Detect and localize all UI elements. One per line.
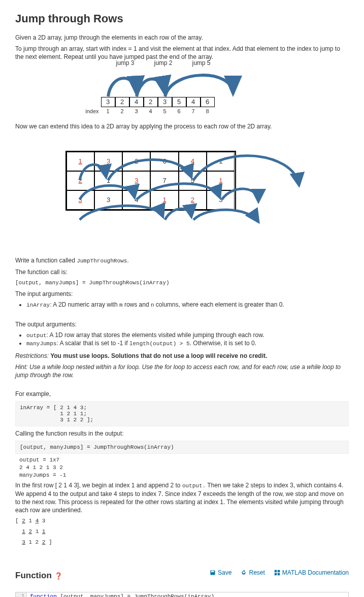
gcell: 4 [179, 152, 207, 171]
explanation: In the first row [ 2 1 4 3], we begin at… [15, 481, 349, 514]
example-call: [output, manyJumps] = JumpThroughRows(in… [15, 441, 349, 454]
cell: 6 [201, 97, 215, 107]
grid-icon [274, 570, 280, 576]
cell: 5 [172, 97, 186, 107]
gcell: 1 [67, 152, 94, 171]
gcell: 3 [94, 190, 122, 210]
calling-results: Calling the function results in the outp… [15, 429, 349, 438]
write-func: Write a function called JumpThroughRows. [15, 256, 349, 265]
index-cell: 5 [158, 107, 172, 115]
save-button[interactable]: Save [210, 569, 231, 576]
gcell: 1 [207, 171, 235, 190]
example-output-1: output = 1x7 [15, 457, 349, 463]
jump-label-2: jump 2 [154, 59, 173, 67]
index-label: index [81, 107, 101, 115]
code-line[interactable]: function [output, manyJumps] = JumpThrou… [27, 592, 348, 597]
jump-diagram-2d: 1 3 2 6 4 1 2 1 3 7 5 1 3 3 4 1 2 3 [55, 151, 309, 242]
index-cell: 4 [144, 107, 158, 115]
function-heading: Function ❓ [15, 571, 62, 581]
gcell: 4 [122, 190, 150, 210]
index-row: index 1 2 3 4 5 6 7 8 [81, 107, 284, 115]
output-arg-2: manyJumps: A scalar that is set to -1 if… [26, 340, 349, 347]
gcell: 2 [179, 190, 207, 210]
underlined-row-3: 3 1 2 2 ] [15, 539, 349, 546]
index-cell: 7 [186, 107, 201, 115]
gcell: 5 [179, 171, 207, 190]
page-title: Jump through Rows [15, 12, 349, 25]
index-cell: 3 [129, 107, 144, 115]
for-example: For example, [15, 390, 349, 398]
jump-diagram-1d: jump 3 jump 2 jump 5 3 2 4 2 3 5 4 6 ind… [81, 69, 284, 115]
gcell: 2 [67, 171, 94, 190]
input-args: The input arguments: [15, 290, 349, 298]
input-arg-1: inArray: A 2D numeric array with m rows … [26, 301, 349, 308]
svg-rect-0 [275, 570, 277, 573]
index-cell: 8 [201, 107, 215, 115]
call-is: The function call is: [15, 268, 349, 276]
cell: 4 [186, 97, 201, 107]
code-editor[interactable]: 1function [output, manyJumps] = JumpThro… [15, 592, 349, 597]
gcell: 3 [207, 190, 235, 210]
index-cell: 6 [172, 107, 186, 115]
output-arg-1: output: A 1D row array that stores the e… [26, 331, 349, 339]
example-output-2: 2 4 1 2 1 3 2 [15, 465, 349, 471]
example-input: inArray = [ 2 1 4 3; 1 2 1 1; 3 1 2 2 ]; [15, 401, 349, 426]
gcell: 6 [150, 152, 178, 171]
underlined-row-1: [ 2 1 4 3 [15, 517, 349, 525]
gcell: 1 [207, 152, 235, 171]
hint: Hint: Use a while loop nested within a f… [15, 363, 349, 379]
restrictions: Restrictions: You must use loops. Soluti… [15, 352, 349, 360]
help-icon[interactable]: ❓ [54, 572, 62, 580]
cell: 2 [115, 97, 129, 107]
reset-icon [241, 570, 247, 576]
gcell: 3 [67, 190, 94, 210]
grid-2d: 1 3 2 6 4 1 2 1 3 7 5 1 3 3 4 1 2 3 [65, 151, 236, 211]
index-cell: 1 [101, 107, 115, 115]
gcell: 2 [122, 152, 150, 171]
cell: 3 [158, 97, 172, 107]
line-number: 1 [16, 592, 27, 597]
example-output-3: manyJumps = -1 [15, 472, 349, 478]
svg-rect-1 [278, 570, 280, 573]
svg-rect-3 [278, 573, 280, 576]
cell: 2 [144, 97, 158, 107]
intro-2: To jump through an array, start with ind… [15, 45, 349, 61]
gcell: 7 [150, 171, 178, 190]
underlined-row-2: 1 2 1 1 [15, 528, 349, 536]
output-args: The output arguments: [15, 320, 349, 328]
index-cell: 2 [115, 107, 129, 115]
cell: 4 [129, 97, 144, 107]
reset-button[interactable]: Reset [241, 569, 264, 576]
cell: 3 [101, 97, 115, 107]
gcell: 3 [122, 171, 150, 190]
jump-label-3: jump 5 [192, 59, 211, 67]
gcell: 1 [94, 171, 122, 190]
call-code: [output, manyJumps] = JumpThroughRows(in… [15, 279, 349, 287]
svg-rect-2 [275, 573, 277, 576]
extend-text: Now we can extend this idea to a 2D arra… [15, 122, 349, 130]
intro-1: Given a 2D array, jump through the eleme… [15, 34, 349, 42]
save-icon [210, 570, 216, 576]
array-cells: 3 2 4 2 3 5 4 6 [101, 97, 284, 107]
gcell: 3 [94, 152, 122, 171]
matlab-docs-link[interactable]: MATLAB Documentation [274, 569, 349, 576]
gcell: 1 [150, 190, 178, 210]
jump-label-1: jump 3 [116, 59, 135, 67]
